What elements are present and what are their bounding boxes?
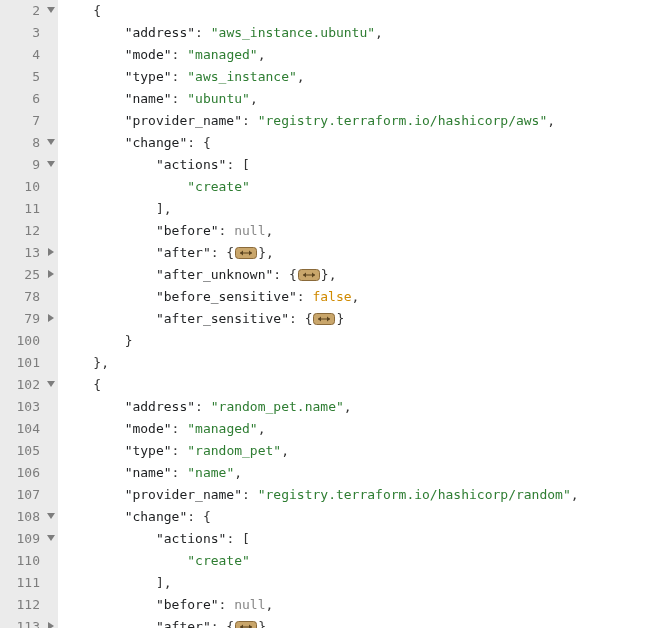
code-line: 79 "after_sensitive": {} (0, 308, 662, 330)
code-content[interactable]: "before_sensitive": false, (58, 286, 662, 308)
code-content[interactable]: "name": "name", (58, 462, 662, 484)
code-content[interactable]: "after_unknown": {}, (58, 264, 662, 286)
code-line: 109 "actions": [ (0, 528, 662, 550)
code-content[interactable]: "mode": "managed", (58, 44, 662, 66)
code-content[interactable]: "type": "random_pet", (58, 440, 662, 462)
code-content[interactable]: "create" (58, 176, 662, 198)
code-line: 11 ], (0, 198, 662, 220)
code-content[interactable]: "actions": [ (58, 528, 662, 550)
code-line: 2 { (0, 0, 662, 22)
fold-gutter[interactable] (44, 374, 58, 396)
fold-gutter[interactable] (44, 154, 58, 176)
fold-gutter (44, 330, 58, 352)
code-line: 107 "provider_name": "registry.terraform… (0, 484, 662, 506)
line-number: 100 (0, 330, 44, 352)
svg-marker-18 (47, 381, 55, 387)
line-number: 103 (0, 396, 44, 418)
fold-badge-icon[interactable] (313, 313, 335, 325)
code-content[interactable]: "after": {}, (58, 242, 662, 264)
fold-gutter (44, 110, 58, 132)
code-content[interactable]: "name": "ubuntu", (58, 88, 662, 110)
code-content[interactable]: "actions": [ (58, 154, 662, 176)
line-number: 109 (0, 528, 44, 550)
code-content[interactable]: "change": { (58, 132, 662, 154)
line-number: 102 (0, 374, 44, 396)
fold-gutter (44, 352, 58, 374)
line-number: 101 (0, 352, 44, 374)
code-line: 100 } (0, 330, 662, 352)
code-content[interactable]: "change": { (58, 506, 662, 528)
svg-marker-3 (48, 248, 54, 256)
code-line: 12 "before": null, (0, 220, 662, 242)
code-content[interactable]: "address": "aws_instance.ubuntu", (58, 22, 662, 44)
fold-gutter (44, 66, 58, 88)
svg-marker-1 (47, 139, 55, 145)
fold-gutter (44, 484, 58, 506)
code-content[interactable]: "address": "random_pet.name", (58, 396, 662, 418)
code-content[interactable]: "before": null, (58, 220, 662, 242)
fold-badge-icon[interactable] (235, 621, 257, 629)
line-number: 3 (0, 22, 44, 44)
code-line: 10 "create" (0, 176, 662, 198)
code-content[interactable]: "type": "aws_instance", (58, 66, 662, 88)
fold-gutter (44, 220, 58, 242)
code-line: 4 "mode": "managed", (0, 44, 662, 66)
fold-badge-icon[interactable] (235, 247, 257, 259)
code-line: 9 "actions": [ (0, 154, 662, 176)
fold-gutter[interactable] (44, 264, 58, 286)
line-number: 113 (0, 616, 44, 628)
code-content[interactable]: ], (58, 198, 662, 220)
line-number: 10 (0, 176, 44, 198)
fold-badge-icon[interactable] (298, 269, 320, 281)
code-line: 104 "mode": "managed", (0, 418, 662, 440)
fold-gutter (44, 462, 58, 484)
code-line: 111 ], (0, 572, 662, 594)
code-content[interactable]: "provider_name": "registry.terraform.io/… (58, 484, 662, 506)
fold-gutter[interactable] (44, 0, 58, 22)
fold-gutter[interactable] (44, 616, 58, 628)
line-number: 8 (0, 132, 44, 154)
svg-marker-21 (48, 622, 54, 628)
svg-marker-19 (47, 513, 55, 519)
code-content[interactable]: "create" (58, 550, 662, 572)
line-number: 79 (0, 308, 44, 330)
svg-marker-20 (47, 535, 55, 541)
code-line: 110 "create" (0, 550, 662, 572)
code-line: 78 "before_sensitive": false, (0, 286, 662, 308)
fold-gutter[interactable] (44, 308, 58, 330)
fold-gutter[interactable] (44, 506, 58, 528)
line-number: 5 (0, 66, 44, 88)
fold-gutter[interactable] (44, 132, 58, 154)
code-content[interactable]: ], (58, 572, 662, 594)
fold-gutter[interactable] (44, 242, 58, 264)
code-content[interactable]: "after_sensitive": {} (58, 308, 662, 330)
line-number: 108 (0, 506, 44, 528)
fold-gutter[interactable] (44, 528, 58, 550)
svg-marker-13 (48, 314, 54, 322)
line-number: 6 (0, 88, 44, 110)
code-content[interactable]: }, (58, 352, 662, 374)
fold-gutter (44, 44, 58, 66)
code-content[interactable]: "before": null, (58, 594, 662, 616)
code-line: 25 "after_unknown": {}, (0, 264, 662, 286)
code-content[interactable]: "provider_name": "registry.terraform.io/… (58, 110, 662, 132)
code-line: 101 }, (0, 352, 662, 374)
code-content[interactable]: { (58, 374, 662, 396)
line-number: 107 (0, 484, 44, 506)
line-number: 2 (0, 0, 44, 22)
svg-marker-0 (47, 7, 55, 13)
code-line: 6 "name": "ubuntu", (0, 88, 662, 110)
fold-gutter (44, 176, 58, 198)
code-content[interactable]: "after": {}, (58, 616, 662, 628)
fold-gutter (44, 198, 58, 220)
code-content[interactable]: { (58, 0, 662, 22)
fold-gutter (44, 594, 58, 616)
code-line: 113 "after": {}, (0, 616, 662, 628)
code-content[interactable]: } (58, 330, 662, 352)
line-number: 110 (0, 550, 44, 572)
line-number: 11 (0, 198, 44, 220)
code-line: 7 "provider_name": "registry.terraform.i… (0, 110, 662, 132)
line-number: 12 (0, 220, 44, 242)
fold-gutter (44, 286, 58, 308)
code-content[interactable]: "mode": "managed", (58, 418, 662, 440)
